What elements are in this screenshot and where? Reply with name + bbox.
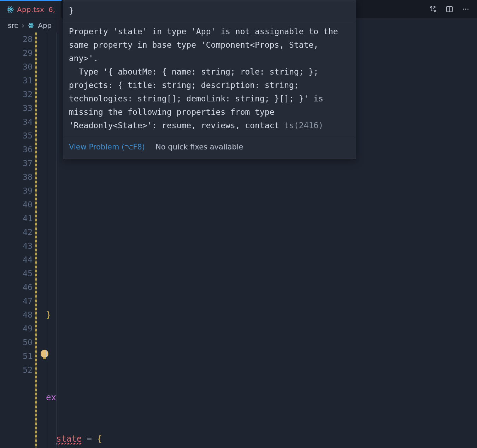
tab-modified-indicator: 6, — [48, 5, 55, 14]
svg-point-0 — [10, 9, 11, 10]
react-icon — [6, 6, 14, 13]
line-number: 52 — [0, 363, 33, 377]
line-number: 34 — [0, 115, 33, 129]
svg-point-10 — [467, 8, 469, 10]
svg-point-11 — [31, 25, 32, 26]
line-number: 37 — [0, 157, 33, 170]
line-number: 39 — [0, 184, 33, 198]
code-error-token: state — [56, 434, 82, 444]
line-number-gutter: 2829303132333435363738394041424344454647… — [0, 33, 35, 448]
breadcrumb-folder[interactable]: src — [8, 21, 18, 30]
svg-point-5 — [434, 10, 436, 12]
line-number: 47 — [0, 294, 33, 308]
line-number: 44 — [0, 253, 33, 267]
code-token: ex — [46, 393, 56, 402]
problem-hover-tooltip[interactable]: } Property 'state' in type 'App' is not … — [63, 0, 356, 159]
tooltip-code-snippet: } — [69, 4, 350, 17]
line-number: 31 — [0, 74, 33, 88]
line-number: 38 — [0, 170, 33, 184]
chevron-right-icon: › — [22, 21, 24, 30]
line-number: 46 — [0, 281, 33, 294]
tab-filename: App.tsx — [17, 5, 44, 14]
compare-changes-icon[interactable] — [429, 5, 437, 13]
svg-point-8 — [463, 8, 464, 10]
line-number: 40 — [0, 198, 33, 212]
line-number: 51 — [0, 349, 33, 363]
no-quick-fixes-label: No quick fixes available — [155, 140, 243, 154]
line-number: 43 — [0, 239, 33, 253]
lightbulb-icon[interactable] — [41, 350, 48, 358]
svg-point-4 — [430, 6, 432, 8]
line-number: 28 — [0, 33, 33, 46]
tooltip-ts-code: ts(2416) — [284, 121, 323, 130]
react-icon — [28, 22, 34, 29]
line-number: 32 — [0, 88, 33, 101]
view-problem-link[interactable]: View Problem (⌥F8) — [69, 140, 145, 154]
split-editor-icon[interactable] — [445, 5, 454, 13]
line-number: 41 — [0, 212, 33, 225]
line-number: 36 — [0, 143, 33, 157]
line-number: 50 — [0, 336, 33, 349]
line-number: 42 — [0, 225, 33, 239]
more-icon[interactable] — [461, 5, 470, 13]
line-number: 29 — [0, 46, 33, 60]
line-number: 48 — [0, 308, 33, 322]
breadcrumb-file[interactable]: App — [38, 21, 52, 30]
editor-actions — [429, 0, 477, 18]
code-token: } — [46, 310, 51, 320]
line-number: 35 — [0, 129, 33, 143]
svg-point-9 — [465, 8, 466, 10]
line-number: 45 — [0, 267, 33, 281]
line-number: 49 — [0, 322, 33, 336]
line-number: 33 — [0, 101, 33, 115]
tooltip-error-message: Property 'state' in type 'App' is not as… — [69, 27, 343, 130]
line-number: 30 — [0, 60, 33, 74]
editor-tab-app[interactable]: App.tsx 6, — [0, 0, 62, 18]
